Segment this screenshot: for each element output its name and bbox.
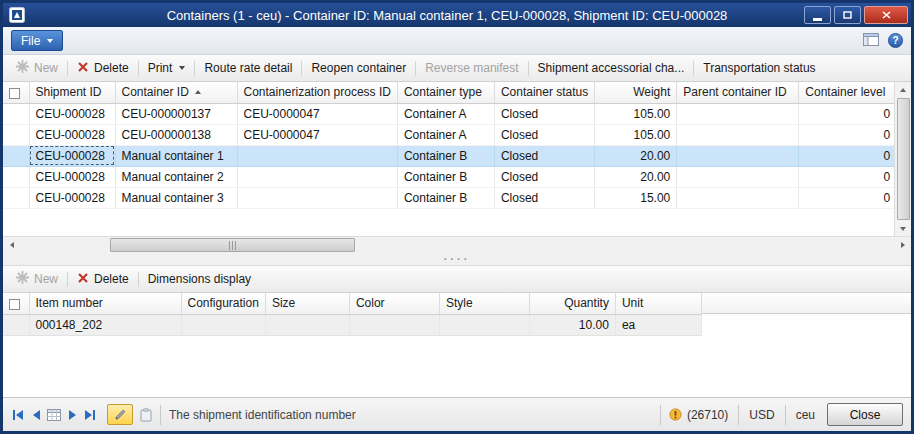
col-containerization-process-id[interactable]: Containerization process ID bbox=[237, 82, 397, 103]
cell-container-level[interactable]: 0 bbox=[799, 166, 897, 187]
cell-container-status[interactable]: Closed bbox=[494, 187, 594, 208]
table-row[interactable]: 000148_202 10.00 ea bbox=[3, 314, 701, 335]
cell-container-id[interactable]: CEU-000000138 bbox=[115, 124, 237, 145]
first-record-button[interactable] bbox=[9, 406, 27, 424]
delete-button[interactable]: Delete bbox=[68, 266, 138, 292]
col-container-level[interactable]: Container level bbox=[799, 82, 897, 103]
cell-process-id[interactable] bbox=[237, 187, 397, 208]
cell-size[interactable] bbox=[265, 314, 349, 335]
cell-container-type[interactable]: Container A bbox=[397, 124, 494, 145]
cell-configuration[interactable] bbox=[181, 314, 265, 335]
shipment-accessorial-charges-button[interactable]: Shipment accessorial cha... bbox=[529, 55, 694, 81]
cell-process-id[interactable]: CEU-0000047 bbox=[237, 103, 397, 124]
company-field[interactable]: ceu bbox=[794, 408, 817, 422]
col-size[interactable]: Size bbox=[265, 293, 349, 314]
col-container-status[interactable]: Container status bbox=[494, 82, 594, 103]
new-button[interactable]: New bbox=[7, 266, 67, 292]
clipboard-icon[interactable] bbox=[140, 408, 152, 422]
row-selector[interactable] bbox=[3, 124, 29, 145]
col-container-type[interactable]: Container type bbox=[397, 82, 494, 103]
cell-weight[interactable]: 20.00 bbox=[595, 145, 677, 166]
cell-process-id[interactable] bbox=[237, 166, 397, 187]
vertical-scrollbar[interactable] bbox=[894, 82, 911, 236]
col-parent-container-id[interactable]: Parent container ID bbox=[677, 82, 799, 103]
cell-container-type[interactable]: Container B bbox=[397, 145, 494, 166]
dimensions-display-button[interactable]: Dimensions display bbox=[139, 266, 260, 292]
cell-shipment-id[interactable]: CEU-000028 bbox=[29, 124, 115, 145]
file-menu-button[interactable]: File bbox=[11, 30, 63, 51]
reverse-manifest-button[interactable]: Reverse manifest bbox=[416, 55, 527, 81]
cell-weight[interactable]: 15.00 bbox=[595, 187, 677, 208]
delete-button[interactable]: Delete bbox=[68, 55, 138, 81]
col-item-number[interactable]: Item number bbox=[29, 293, 181, 314]
col-color[interactable]: Color bbox=[349, 293, 439, 314]
col-container-id[interactable]: Container ID bbox=[115, 82, 237, 103]
cell-container-id[interactable]: Manual container 3 bbox=[115, 187, 237, 208]
alerts-icon[interactable] bbox=[669, 408, 682, 421]
cell-shipment-id[interactable]: CEU-000028 bbox=[29, 103, 115, 124]
scrollbar-track[interactable] bbox=[20, 237, 894, 253]
scroll-down-button[interactable] bbox=[895, 221, 911, 236]
cell-item-number[interactable]: 000148_202 bbox=[29, 314, 181, 335]
table-row[interactable]: CEU-000028 CEU-000000137 CEU-0000047 Con… bbox=[3, 103, 897, 124]
transportation-status-button[interactable]: Transportation status bbox=[694, 55, 824, 81]
scroll-left-button[interactable] bbox=[3, 237, 20, 253]
select-all-checkbox[interactable] bbox=[9, 88, 20, 99]
cell-parent-container-id[interactable] bbox=[677, 187, 799, 208]
cell-container-level[interactable]: 0 bbox=[799, 187, 897, 208]
cell-shipment-id[interactable]: CEU-000028 bbox=[29, 166, 115, 187]
new-button[interactable]: New bbox=[7, 55, 67, 81]
cell-container-type[interactable]: Container A bbox=[397, 103, 494, 124]
select-all-checkbox[interactable] bbox=[9, 299, 20, 310]
cell-container-status[interactable]: Closed bbox=[494, 103, 594, 124]
horizontal-scrollbar[interactable] bbox=[3, 236, 911, 253]
cell-container-level[interactable]: 0 bbox=[799, 145, 897, 166]
cell-container-level[interactable]: 0 bbox=[799, 103, 897, 124]
cell-shipment-id[interactable]: CEU-000028 bbox=[29, 145, 115, 166]
cell-container-level[interactable]: 0 bbox=[799, 124, 897, 145]
vertical-scrollbar-thumb[interactable] bbox=[897, 98, 910, 220]
edit-mode-toggle[interactable] bbox=[107, 404, 133, 425]
cell-parent-container-id[interactable] bbox=[677, 145, 799, 166]
cell-container-status[interactable]: Closed bbox=[494, 124, 594, 145]
col-unit[interactable]: Unit bbox=[615, 293, 701, 314]
cell-container-id[interactable]: CEU-000000137 bbox=[115, 103, 237, 124]
cell-container-id[interactable]: Manual container 1 bbox=[115, 145, 237, 166]
minimize-button[interactable] bbox=[804, 6, 831, 24]
scrollbar-thumb[interactable] bbox=[110, 238, 355, 252]
previous-record-button[interactable] bbox=[27, 406, 45, 424]
close-window-button[interactable] bbox=[864, 6, 908, 24]
cell-container-type[interactable]: Container B bbox=[397, 166, 494, 187]
cell-container-status[interactable]: Closed bbox=[494, 145, 594, 166]
pane-splitter[interactable] bbox=[3, 253, 911, 266]
cell-container-type[interactable]: Container B bbox=[397, 187, 494, 208]
cell-weight[interactable]: 105.00 bbox=[595, 103, 677, 124]
currency-field[interactable]: USD bbox=[747, 408, 776, 422]
table-row[interactable]: CEU-000028 CEU-000000138 CEU-0000047 Con… bbox=[3, 124, 897, 145]
cell-unit[interactable]: ea bbox=[615, 314, 701, 335]
cell-weight[interactable]: 20.00 bbox=[595, 166, 677, 187]
alert-count[interactable]: (26710) bbox=[685, 408, 730, 422]
help-icon[interactable]: ? bbox=[888, 33, 903, 48]
col-configuration[interactable]: Configuration bbox=[181, 293, 265, 314]
table-row-selected[interactable]: CEU-000028 Manual container 1 Container … bbox=[3, 145, 897, 166]
scroll-up-button[interactable] bbox=[895, 82, 911, 97]
row-selector[interactable] bbox=[3, 103, 29, 124]
col-style[interactable]: Style bbox=[439, 293, 529, 314]
cell-process-id[interactable]: CEU-0000047 bbox=[237, 124, 397, 145]
window-layout-icon[interactable] bbox=[863, 32, 879, 50]
cell-container-status[interactable]: Closed bbox=[494, 166, 594, 187]
cell-parent-container-id[interactable] bbox=[677, 124, 799, 145]
cell-container-id[interactable]: Manual container 2 bbox=[115, 166, 237, 187]
print-button[interactable]: Print bbox=[139, 55, 195, 81]
cell-parent-container-id[interactable] bbox=[677, 166, 799, 187]
cell-parent-container-id[interactable] bbox=[677, 103, 799, 124]
close-button[interactable]: Close bbox=[827, 403, 903, 426]
route-rate-detail-button[interactable]: Route rate detail bbox=[195, 55, 301, 81]
cell-color[interactable] bbox=[349, 314, 439, 335]
cell-shipment-id[interactable]: CEU-000028 bbox=[29, 187, 115, 208]
last-record-button[interactable] bbox=[81, 406, 99, 424]
row-selector[interactable] bbox=[3, 166, 29, 187]
col-quantity[interactable]: Quantity bbox=[529, 293, 615, 314]
table-row[interactable]: CEU-000028 Manual container 3 Container … bbox=[3, 187, 897, 208]
